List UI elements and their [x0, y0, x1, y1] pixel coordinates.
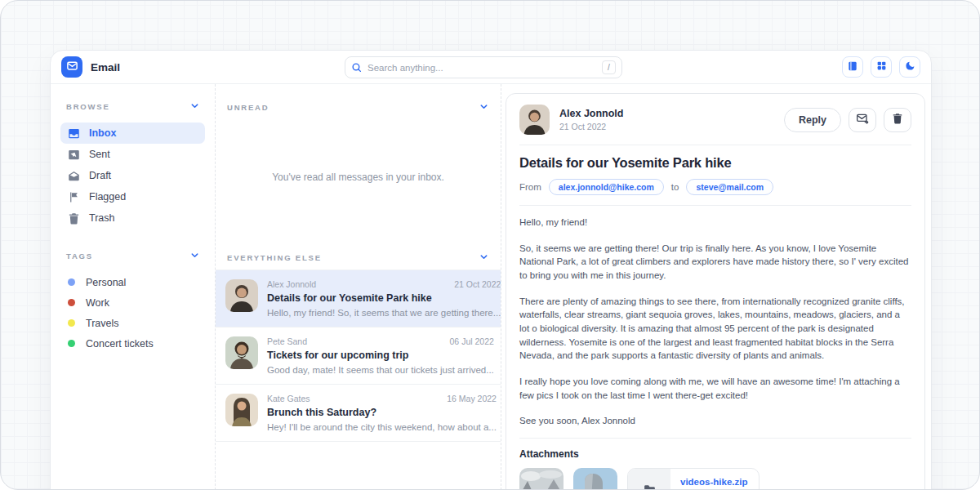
- email-app-logo: [61, 56, 82, 78]
- body-paragraph: There are plenty of amazing things to se…: [519, 295, 911, 363]
- divider: [519, 145, 911, 145]
- tag-label: Work: [86, 297, 109, 309]
- sidebar-item-label: Draft: [89, 170, 111, 181]
- from-to-row: From alex.jonnold@hike.com to steve@mail…: [519, 179, 911, 195]
- body-paragraph: See you soon, Alex Jonnold: [519, 414, 911, 428]
- sidebar-item-draft[interactable]: Draft: [60, 165, 205, 186]
- browse-label: BROWSE: [66, 102, 110, 111]
- tag-color-dot: [68, 299, 75, 306]
- reply-button[interactable]: Reply: [784, 108, 841, 132]
- search-bar[interactable]: /: [345, 56, 622, 78]
- divider: [519, 205, 911, 206]
- trash-icon: [67, 212, 80, 225]
- inbox-icon: [67, 127, 80, 140]
- delete-button[interactable]: [884, 108, 911, 132]
- envelope-icon: [66, 60, 78, 75]
- attachment-photo-half-dome[interactable]: [573, 468, 617, 490]
- mail-list-panel: UNREAD You've read all messages in your …: [216, 84, 501, 490]
- email-detail-card: Alex Jonnold 21 Oct 2022 Reply: [506, 93, 925, 490]
- sidebar-item-trash[interactable]: Trash: [60, 207, 205, 229]
- tag-item-personal[interactable]: Personal: [60, 272, 205, 292]
- tags-section-header[interactable]: TAGS: [60, 247, 205, 272]
- forward-button[interactable]: [849, 108, 876, 132]
- avatar: [225, 394, 258, 426]
- email-body: Hello, my friend! So, it seems we are ge…: [519, 216, 911, 428]
- email-date: 16 May 2022: [447, 394, 497, 403]
- tag-label: Personal: [86, 277, 126, 288]
- detail-sender-name: Alex Jonnold: [559, 108, 623, 119]
- app-title: Email: [91, 61, 120, 74]
- trash-icon: [892, 113, 903, 127]
- tag-item-concert-tickets[interactable]: Concert tickets: [60, 333, 205, 354]
- email-list-item-kate[interactable]: Kate Gates 16 May 2022 Brunch this Satur…: [216, 385, 501, 442]
- attachment-file-name: videos-hike.zip: [680, 477, 747, 487]
- detail-sender-date: 21 Oct 2022: [559, 122, 623, 131]
- avatar: [519, 105, 550, 135]
- apps-button[interactable]: [871, 56, 892, 78]
- attachments-row: videos-hike.zip 100 MB: [519, 468, 911, 490]
- top-actions: [842, 56, 920, 78]
- top-bar: Email /: [51, 51, 931, 84]
- email-list-item-pete[interactable]: Pete Sand 06 Jul 2022 Tickets for our up…: [216, 327, 501, 385]
- sidebar-item-inbox[interactable]: Inbox: [60, 122, 205, 144]
- book-icon: [847, 60, 858, 74]
- email-app-window: Email /: [50, 50, 932, 490]
- unread-label: UNREAD: [227, 103, 269, 112]
- email-list: Alex Jonnold 21 Oct 2022 Details for our…: [216, 270, 501, 442]
- sidebar-item-sent[interactable]: Sent: [60, 144, 205, 165]
- folder-icon: [628, 469, 670, 490]
- from-email-chip[interactable]: alex.jonnold@hike.com: [549, 179, 664, 195]
- tag-item-travels[interactable]: Travels: [60, 313, 205, 333]
- search-icon: [351, 62, 362, 73]
- tag-color-dot: [68, 340, 75, 347]
- email-list-item-alex[interactable]: Alex Jonnold 21 Oct 2022 Details for our…: [216, 270, 501, 327]
- notebook-button[interactable]: [842, 56, 863, 78]
- dark-mode-button[interactable]: [899, 56, 920, 78]
- detail-header: Alex Jonnold 21 Oct 2022 Reply: [519, 105, 911, 135]
- sidebar: BROWSE Inbox Sent: [51, 84, 216, 490]
- tag-label: Concert tickets: [86, 338, 154, 350]
- tag-color-dot: [68, 319, 75, 327]
- search-input[interactable]: [368, 63, 596, 73]
- divider: [519, 438, 911, 439]
- sidebar-item-label: Sent: [89, 149, 110, 160]
- tag-label: Travels: [86, 318, 119, 329]
- everything-else-label: EVERYTHING ELSE: [227, 253, 322, 262]
- unread-empty-state: You've read all messages in your inbox.: [216, 119, 501, 234]
- email-subject: Tickets for our upcoming trip: [267, 350, 494, 361]
- email-preview: Good day, mate! It seems that our ticket…: [267, 365, 494, 375]
- body-paragraph: So, it seems we are getting there! Our t…: [519, 242, 911, 283]
- attachment-photo-yosemite-valley[interactable]: [519, 468, 564, 490]
- email-preview: Hey! I'll be around the city this weeken…: [267, 422, 497, 432]
- search-shortcut-key: /: [602, 60, 616, 74]
- from-label: From: [519, 182, 541, 192]
- brand: Email: [61, 56, 120, 78]
- attachment-file-card[interactable]: videos-hike.zip 100 MB: [627, 468, 760, 490]
- envelope-forward-icon: [856, 112, 869, 127]
- email-date: 21 Oct 2022: [454, 279, 501, 289]
- browse-section-header[interactable]: BROWSE: [60, 97, 205, 122]
- email-sender: Alex Jonnold: [267, 279, 316, 289]
- chevron-down-icon[interactable]: [479, 250, 488, 265]
- sent-icon: [67, 149, 80, 161]
- chevron-down-icon[interactable]: [190, 248, 199, 263]
- sidebar-item-label: Trash: [89, 212, 115, 224]
- email-sender: Kate Gates: [267, 394, 310, 403]
- flag-icon: [67, 191, 80, 203]
- tag-item-work[interactable]: Work: [60, 292, 205, 313]
- unread-section-header[interactable]: UNREAD: [216, 84, 501, 119]
- body-paragraph: Hello, my friend!: [519, 216, 911, 229]
- sidebar-item-label: Inbox: [89, 127, 116, 139]
- chevron-down-icon[interactable]: [479, 100, 488, 114]
- to-email-chip[interactable]: steve@mail.com: [686, 179, 773, 195]
- email-subject: Details for our Yosemite Park hike: [267, 292, 501, 304]
- sidebar-item-flagged[interactable]: Flagged: [60, 186, 205, 207]
- email-subject: Brunch this Saturday?: [267, 407, 497, 418]
- detail-actions: Reply: [784, 108, 911, 132]
- chevron-down-icon[interactable]: [190, 99, 199, 114]
- everything-else-section-header[interactable]: EVERYTHING ELSE: [216, 234, 501, 270]
- detail-subject: Details for our Yosemite Park hike: [519, 155, 911, 171]
- tag-color-dot: [68, 278, 75, 286]
- email-sender: Pete Sand: [267, 336, 307, 346]
- tags-label: TAGS: [66, 252, 93, 261]
